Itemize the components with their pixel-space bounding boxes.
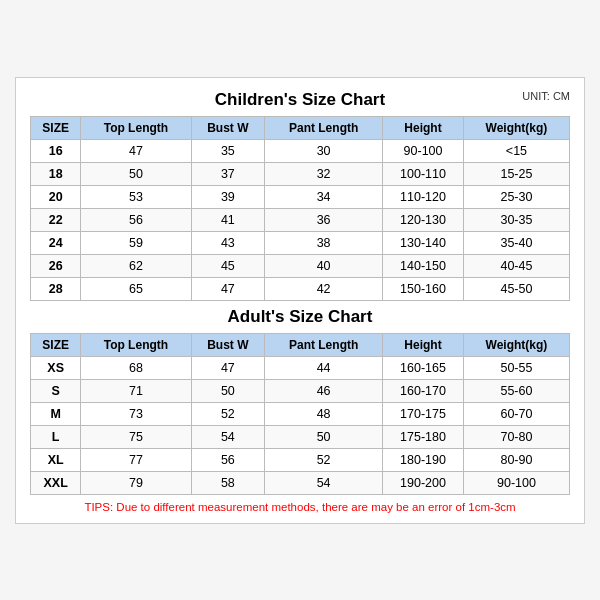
table-cell: 30-35	[463, 208, 569, 231]
table-cell: 52	[265, 448, 383, 471]
table-row: M735248170-17560-70	[31, 402, 570, 425]
table-cell: XS	[31, 356, 81, 379]
table-cell: 60-70	[463, 402, 569, 425]
adults-col-bust: Bust W	[191, 333, 265, 356]
table-cell: 43	[191, 231, 265, 254]
children-col-top-length: Top Length	[81, 116, 191, 139]
table-cell: 55-60	[463, 379, 569, 402]
table-cell: 20	[31, 185, 81, 208]
table-row: XL775652180-19080-90	[31, 448, 570, 471]
table-row: L755450175-18070-80	[31, 425, 570, 448]
table-cell: 38	[265, 231, 383, 254]
table-cell: 68	[81, 356, 191, 379]
table-cell: 59	[81, 231, 191, 254]
adults-col-height: Height	[383, 333, 464, 356]
table-cell: 24	[31, 231, 81, 254]
children-col-bust: Bust W	[191, 116, 265, 139]
table-cell: 50	[191, 379, 265, 402]
table-cell: 16	[31, 139, 81, 162]
table-cell: 140-150	[383, 254, 464, 277]
table-cell: 130-140	[383, 231, 464, 254]
table-cell: 35	[191, 139, 265, 162]
table-cell: 160-165	[383, 356, 464, 379]
table-cell: XL	[31, 448, 81, 471]
table-cell: 47	[81, 139, 191, 162]
table-cell: 56	[81, 208, 191, 231]
title-row: Children's Size Chart UNIT: CM	[30, 90, 570, 110]
table-cell: 30	[265, 139, 383, 162]
table-cell: 65	[81, 277, 191, 300]
table-cell: 26	[31, 254, 81, 277]
table-cell: 36	[265, 208, 383, 231]
table-cell: 25-30	[463, 185, 569, 208]
table-row: 18503732100-11015-25	[31, 162, 570, 185]
table-cell: 62	[81, 254, 191, 277]
children-col-height: Height	[383, 116, 464, 139]
chart-container: Children's Size Chart UNIT: CM SIZE Top …	[15, 77, 585, 524]
table-cell: 73	[81, 402, 191, 425]
tips-text: TIPS: Due to different measurement metho…	[30, 501, 570, 513]
table-cell: 77	[81, 448, 191, 471]
table-row: 20533934110-12025-30	[31, 185, 570, 208]
table-cell: 79	[81, 471, 191, 494]
table-cell: 75	[81, 425, 191, 448]
adults-header-row: SIZE Top Length Bust W Pant Length Heigh…	[31, 333, 570, 356]
children-tbody: 1647353090-100<1518503732100-11015-25205…	[31, 139, 570, 300]
table-cell: 170-175	[383, 402, 464, 425]
table-cell: 46	[265, 379, 383, 402]
adults-col-top-length: Top Length	[81, 333, 191, 356]
main-title: Children's Size Chart	[215, 90, 385, 110]
table-cell: M	[31, 402, 81, 425]
table-row: S715046160-17055-60	[31, 379, 570, 402]
table-cell: XXL	[31, 471, 81, 494]
children-col-weight: Weight(kg)	[463, 116, 569, 139]
table-cell: 40-45	[463, 254, 569, 277]
adults-col-size: SIZE	[31, 333, 81, 356]
table-cell: S	[31, 379, 81, 402]
table-row: XS684744160-16550-55	[31, 356, 570, 379]
table-cell: 40	[265, 254, 383, 277]
table-cell: 80-90	[463, 448, 569, 471]
table-cell: 54	[191, 425, 265, 448]
table-cell: 28	[31, 277, 81, 300]
adults-table: SIZE Top Length Bust W Pant Length Heigh…	[30, 333, 570, 495]
table-row: XXL795854190-20090-100	[31, 471, 570, 494]
table-cell: 180-190	[383, 448, 464, 471]
table-cell: 50	[265, 425, 383, 448]
table-cell: 45	[191, 254, 265, 277]
adults-title-row: Adult's Size Chart	[30, 307, 570, 327]
table-cell: 15-25	[463, 162, 569, 185]
table-cell: 100-110	[383, 162, 464, 185]
table-cell: 22	[31, 208, 81, 231]
table-row: 22564136120-13030-35	[31, 208, 570, 231]
table-cell: 90-100	[383, 139, 464, 162]
table-cell: 45-50	[463, 277, 569, 300]
table-row: 28654742150-16045-50	[31, 277, 570, 300]
table-cell: 50	[81, 162, 191, 185]
table-cell: 90-100	[463, 471, 569, 494]
table-cell: 54	[265, 471, 383, 494]
table-cell: 120-130	[383, 208, 464, 231]
table-cell: 70-80	[463, 425, 569, 448]
table-cell: 34	[265, 185, 383, 208]
table-cell: L	[31, 425, 81, 448]
table-cell: 48	[265, 402, 383, 425]
table-cell: 42	[265, 277, 383, 300]
table-cell: 150-160	[383, 277, 464, 300]
table-cell: 44	[265, 356, 383, 379]
children-thead: SIZE Top Length Bust W Pant Length Heigh…	[31, 116, 570, 139]
table-cell: 53	[81, 185, 191, 208]
adults-thead: SIZE Top Length Bust W Pant Length Heigh…	[31, 333, 570, 356]
table-cell: 175-180	[383, 425, 464, 448]
table-cell: 32	[265, 162, 383, 185]
table-cell: 47	[191, 356, 265, 379]
table-cell: 56	[191, 448, 265, 471]
table-cell: 190-200	[383, 471, 464, 494]
table-row: 24594338130-14035-40	[31, 231, 570, 254]
table-cell: <15	[463, 139, 569, 162]
table-cell: 35-40	[463, 231, 569, 254]
adults-tbody: XS684744160-16550-55S715046160-17055-60M…	[31, 356, 570, 494]
table-row: 26624540140-15040-45	[31, 254, 570, 277]
adults-col-weight: Weight(kg)	[463, 333, 569, 356]
table-cell: 110-120	[383, 185, 464, 208]
